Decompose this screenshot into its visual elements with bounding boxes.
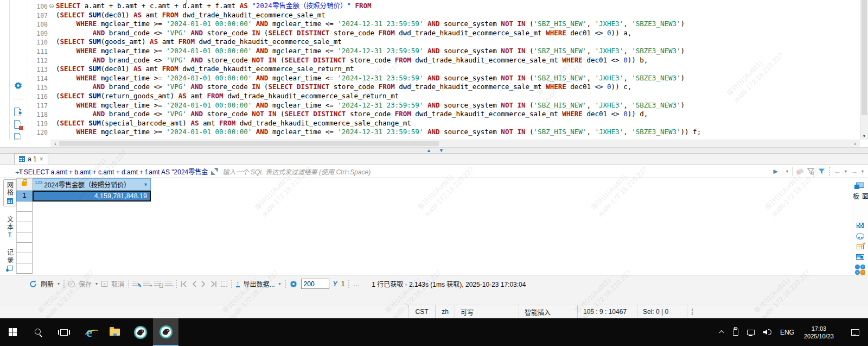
row-number[interactable]: 1 [16,191,33,202]
save-dropdown-icon[interactable]: ▾ [95,281,98,286]
settings-gear-icon[interactable] [290,280,297,288]
sash-minimize-icon[interactable]: ▼ [439,147,444,154]
code-line[interactable]: 120 WHERE mgclear_time >= '2024-01-01 00… [28,128,860,137]
fold-margin[interactable] [48,2,56,11]
sash-maximize-icon[interactable]: ▲ [426,147,431,154]
empty-row[interactable] [16,232,33,243]
cancel-button[interactable]: 取消 [111,279,124,288]
fetch-size-input[interactable] [301,279,329,289]
file-explorer-button[interactable] [102,318,127,346]
overflow-ellipsis[interactable]: … [353,280,360,288]
tab-grid-view[interactable]: 网格 [3,179,16,206]
code-area[interactable]: 106SELECT a.amt + b.amt + c.amt + d.amt … [28,0,860,140]
next-row-icon[interactable] [201,281,206,287]
export-data-button[interactable]: 导出数据... [244,279,275,288]
drag-handle-dots[interactable]: ···· [14,96,24,102]
code-line[interactable]: 113(SELECT SUM(dec01) AS amt FROM dwd_tr… [28,65,860,74]
script-error-icon[interactable]: ! [14,120,21,129]
insert-mode-indicator[interactable]: 智能插入 [519,305,577,318]
results-tab-a1[interactable]: a 1 × [14,153,48,165]
save-button[interactable]: 保存 [79,279,92,288]
remove-filter-icon[interactable] [807,168,814,175]
code-line[interactable]: 117 WHERE mgclear_time >= '2024-01-01 00… [28,101,860,110]
refresh-dropdown-icon[interactable]: ▾ [58,281,60,286]
back-icon[interactable]: ← [834,167,841,175]
empty-row[interactable] [16,202,33,212]
dbeaver-taskbar-button-active[interactable] [153,318,178,346]
aggregate-icon[interactable]: − + × = [855,265,865,275]
volume-tray-button[interactable] [760,318,775,346]
dbeaver-taskbar-button[interactable] [127,318,153,346]
empty-row[interactable] [16,243,33,253]
tray-expand-button[interactable] [717,318,727,346]
search-button[interactable] [25,318,51,346]
refresh-icon[interactable] [29,280,37,288]
selected-cell-value[interactable]: 4,159,781,848.19 [33,191,151,202]
empty-row[interactable] [16,212,33,222]
code-line[interactable]: 115 AND brand_code <> 'VPG' AND store_co… [28,83,860,92]
forward-dropdown-icon[interactable]: ▾ [861,169,864,174]
layout-icon[interactable] [856,254,864,260]
clear-filter-icon[interactable] [796,168,804,175]
fetch-page-icon[interactable] [221,281,227,287]
clock[interactable]: 17:03 2025/10/23 [800,325,838,340]
column-header[interactable]: 123 2024零售金额（按照分销价） ▼ [33,178,151,191]
script-output-icon[interactable]: ▶ [14,108,21,116]
value-viewer-icon[interactable] [857,223,864,228]
filter-history-dropdown-icon[interactable]: ▾ [786,169,788,174]
first-row-icon[interactable] [181,281,188,287]
back-dropdown-icon[interactable]: ▾ [845,169,847,174]
edit-cell-icon[interactable]: ✎ [132,281,139,287]
code-line[interactable]: 114 WHERE mgclear_time >= '2024-01-01 00… [28,74,860,83]
close-icon[interactable]: × [40,155,43,163]
scrollbar-track[interactable]: ‹ › [50,140,860,147]
panels-icon[interactable] [856,183,864,188]
apply-filter-icon[interactable]: ▶ [773,168,777,175]
custom-filter-icon[interactable] [818,168,825,175]
scroll-left-arrow[interactable]: ‹ [52,140,59,147]
code-line[interactable]: 119(SELECT SUM(special_barcode_amt) AS a… [28,119,860,128]
last-row-icon[interactable] [210,281,217,287]
start-button[interactable] [0,318,25,346]
editor-horizontal-scrollbar[interactable]: ‹ › [0,140,868,147]
calc-grid-icon[interactable] [857,244,864,249]
forward-icon[interactable]: → [851,167,858,175]
refresh-button[interactable]: 刷新 [41,279,54,288]
code-line[interactable]: 110(SELECT SUM(goods_amt) AS amt FROM dw… [28,37,860,47]
column-dropdown-icon[interactable]: ▼ [143,182,148,187]
caret-position-indicator[interactable]: 105 : 9 : 10467 [577,305,637,318]
metadata-icon[interactable] [856,233,864,239]
filter-query-text[interactable]: SELECT a.amt + b.amt + c.amt + d.amt + f… [24,167,208,176]
scroll-down-arrow[interactable]: ▾ [860,134,868,139]
keyboard-language-button[interactable]: ENG [777,318,797,346]
empty-row[interactable] [16,263,33,274]
add-row-icon[interactable]: + [143,281,150,287]
export-dropdown-icon[interactable]: ▾ [279,281,281,286]
fetch-segment-icon[interactable]: Y [333,280,337,288]
usb-tray-button[interactable] [730,318,742,346]
internet-explorer-button[interactable]: e [76,318,102,346]
duplicate-row-icon[interactable]: ❏ [154,281,161,287]
expand-filter-icon[interactable] [211,168,218,175]
fold-collapse-icon[interactable] [49,4,54,8]
results-filter-bar[interactable]: ◂▸T SELECT a.amt + b.amt + c.amt + d.amt… [0,165,868,178]
timezone-indicator[interactable]: CST [408,305,435,318]
action-center-button[interactable] [840,318,863,346]
code-line[interactable]: 107(SELECT SUM(dec01) AS amt FROM dwd_tr… [28,11,860,20]
tab-record-view[interactable]: 记录 [3,247,16,272]
code-line[interactable]: 106SELECT a.amt + b.amt + c.amt + d.amt … [28,2,860,11]
scroll-right-arrow[interactable]: › [851,140,859,147]
delete-row-icon[interactable]: − [165,281,172,287]
selection-indicator[interactable]: Sel: 0 | 0 [637,305,687,318]
previous-row-icon[interactable] [192,281,197,287]
empty-row[interactable] [16,222,33,232]
language-indicator[interactable]: zh [435,305,455,318]
empty-row[interactable] [16,253,33,263]
network-tray-button[interactable] [744,318,758,346]
code-line[interactable]: 112 AND brand_code <> 'VPG' AND store_co… [28,56,860,65]
editor-gear-icon[interactable] [14,81,22,90]
code-line[interactable]: 118 AND brand_code <> 'VPG' AND store_co… [28,110,860,119]
row-header-corner[interactable] [16,178,33,191]
code-line[interactable]: 109 AND brand_code <> 'VPG' AND store_co… [28,29,860,38]
task-view-button[interactable] [51,318,76,346]
